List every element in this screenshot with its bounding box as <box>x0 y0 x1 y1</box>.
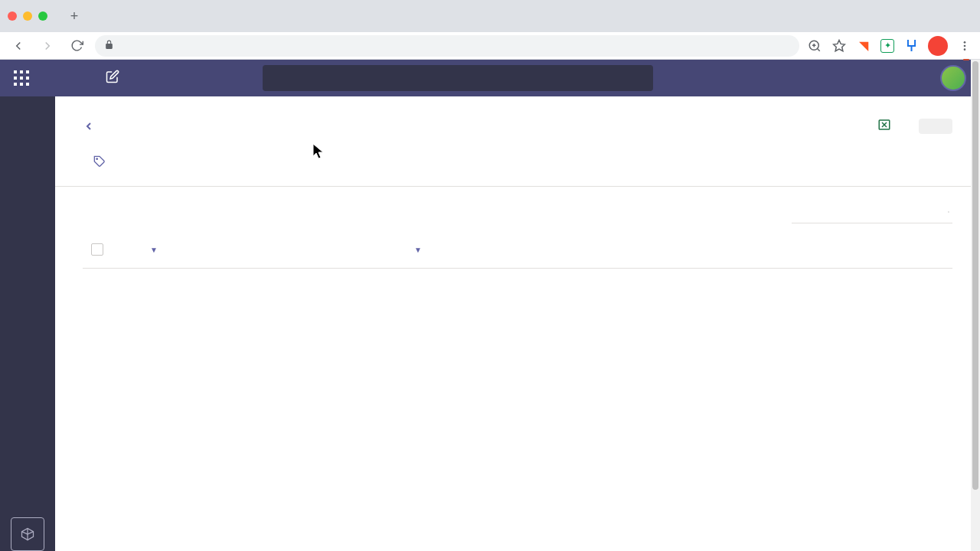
chrome-profile[interactable] <box>928 36 948 56</box>
svg-line-1 <box>818 48 820 51</box>
teams-header <box>0 60 980 96</box>
window-close[interactable] <box>8 11 17 21</box>
extension-icon-1[interactable]: ◥ <box>856 38 871 54</box>
assignment-tag[interactable] <box>93 155 110 168</box>
svg-point-10 <box>948 211 949 212</box>
extension-area: ◥ ✦ ⵖ <box>807 36 972 56</box>
zoom-icon[interactable] <box>807 38 822 54</box>
browser-toolbar: ◥ ✦ ⵖ <box>0 32 980 60</box>
return-button[interactable] <box>919 119 952 134</box>
new-tab-button[interactable]: + <box>64 5 85 27</box>
search-icon <box>948 206 949 218</box>
app-launcher-icon[interactable] <box>14 70 29 86</box>
window-maximize[interactable] <box>38 11 47 21</box>
content-area: ▼ ▼ <box>55 96 980 551</box>
column-status[interactable]: ▼ <box>411 246 699 254</box>
chrome-menu[interactable] <box>957 38 972 54</box>
table-header: ▼ ▼ <box>83 231 952 269</box>
extension-icon-2[interactable]: ✦ <box>880 39 894 53</box>
svg-point-7 <box>964 48 966 51</box>
compose-icon[interactable] <box>106 70 119 86</box>
nav-forward[interactable] <box>37 35 58 57</box>
column-name[interactable]: ▼ <box>147 246 411 254</box>
scrollbar-thumb[interactable] <box>972 61 978 490</box>
svg-point-6 <box>964 44 966 47</box>
search-students-input[interactable] <box>795 205 940 218</box>
sort-icon: ▼ <box>414 246 422 254</box>
search-students[interactable] <box>792 201 952 223</box>
window-controls <box>8 11 47 21</box>
extension-icon-3[interactable]: ⵖ <box>903 38 919 54</box>
select-all-checkbox[interactable] <box>91 243 103 256</box>
svg-point-9 <box>96 158 97 159</box>
star-icon[interactable] <box>831 38 847 54</box>
tag-icon <box>93 155 106 168</box>
app-rail <box>0 96 55 551</box>
address-bar[interactable] <box>95 35 799 57</box>
svg-point-5 <box>964 41 966 44</box>
excel-icon <box>877 118 891 134</box>
sort-icon: ▼ <box>150 246 158 254</box>
user-avatar[interactable] <box>940 65 966 91</box>
export-excel-button[interactable] <box>877 118 897 134</box>
back-button[interactable] <box>83 120 100 132</box>
tap-badge <box>963 59 969 60</box>
command-search[interactable] <box>263 65 653 91</box>
lock-icon <box>104 40 114 52</box>
svg-marker-4 <box>834 40 845 51</box>
nav-reload[interactable] <box>66 35 87 57</box>
browser-tab-strip: + <box>0 0 980 32</box>
nav-back[interactable] <box>8 35 29 57</box>
store-icon[interactable] <box>11 517 44 551</box>
window-minimize[interactable] <box>23 11 32 21</box>
